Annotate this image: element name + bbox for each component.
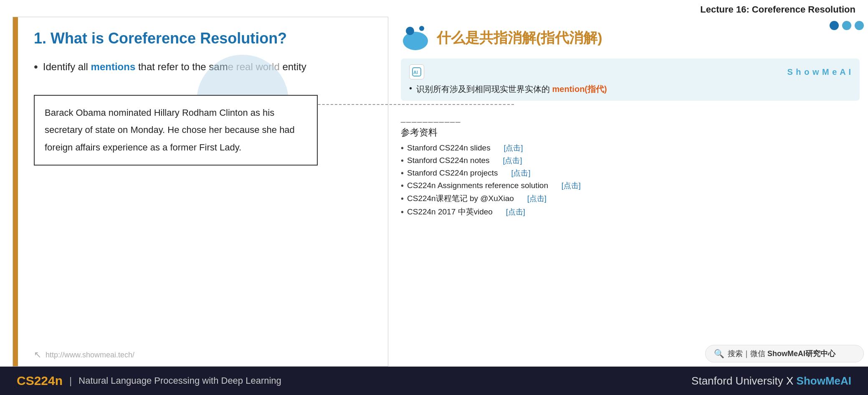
nav-dot-1[interactable] — [830, 21, 839, 30]
search-bar-text: 搜索｜微信 ShowMeAI研究中心 — [728, 349, 835, 359]
card-bullet-dot: • — [409, 84, 412, 93]
slide-bullet: • Identify all mentions that refer to th… — [34, 60, 371, 74]
stanford-text: Stanford University — [691, 375, 786, 387]
card-bullet: • 识别所有涉及到相同现实世界实体的 mention(指代) — [409, 84, 851, 95]
ref-item-1: Stanford CS224n notes [点击] — [401, 155, 860, 166]
svg-text:AI: AI — [413, 70, 418, 75]
ref-text-4: CS224n课程笔记 by @XuXiao — [407, 193, 514, 204]
showmeai-card: AI S h o w M e A I • 识别所有涉及到相同现实世界实体的 me… — [401, 59, 860, 101]
slide-footer: ↖ http://www.showmeai.tech/ — [34, 349, 134, 360]
bottom-left: CS224n | Natural Language Processing wit… — [17, 374, 281, 388]
bullet-pre: Identify all — [43, 61, 91, 72]
ref-text-0: Stanford CS224n slides — [407, 143, 491, 153]
search-bar[interactable]: 🔍 搜索｜微信 ShowMeAI研究中心 — [705, 345, 864, 362]
bullet-highlight: mentions — [91, 61, 136, 72]
x-mark: X — [786, 375, 793, 387]
main-content: 1. What is Coreference Resolution? • Ide… — [0, 17, 868, 367]
card-bullet-text: 识别所有涉及到相同现实世界实体的 mention(指代) — [416, 84, 607, 95]
slide-title: 1. What is Coreference Resolution? — [34, 30, 371, 47]
ref-divider: ___________ — [401, 113, 860, 123]
card-logo: AI — [409, 64, 424, 79]
svg-point-2 — [419, 26, 424, 31]
ref-item-5: CS224n 2017 中英video [点击] — [401, 206, 860, 217]
ref-text-3: CS224n Assignments reference solution — [407, 181, 548, 190]
card-highlight: mention(指代) — [552, 84, 607, 94]
showmeai-brand: ShowMeAI — [797, 375, 851, 387]
ref-item-3: CS224n Assignments reference solution [点… — [401, 181, 860, 191]
ref-title: 参考资料 — [401, 126, 860, 139]
card-pre: 识别所有涉及到相同现实世界实体的 — [416, 84, 552, 94]
bottom-divider: | — [69, 375, 72, 387]
bullet-dot: • — [34, 60, 38, 74]
ref-item-0: Stanford CS224n slides [点击] — [401, 143, 860, 153]
cn-title-section: 什么是共指消解(指代消解) — [401, 23, 860, 53]
slide-left-bar — [13, 17, 18, 366]
svg-point-1 — [406, 27, 414, 35]
course-name: CS224n — [17, 374, 63, 388]
ref-link-2[interactable]: [点击] — [511, 168, 530, 178]
right-panel: 什么是共指消解(指代消解) AI S h o w M e A I • 识别所有涉… — [397, 17, 868, 367]
bottom-right: Stanford University X ShowMeAI — [691, 375, 851, 387]
ref-item-4: CS224n课程笔记 by @XuXiao [点击] — [401, 193, 860, 204]
footer-url: http://www.showmeai.tech/ — [46, 351, 134, 359]
ref-link-0[interactable]: [点击] — [504, 143, 523, 153]
ref-text-2: Stanford CS224n projects — [407, 168, 498, 178]
ref-link-1[interactable]: [点击] — [503, 155, 522, 166]
nav-dot-3[interactable] — [855, 21, 864, 30]
bottom-bar: CS224n | Natural Language Processing wit… — [0, 367, 868, 395]
course-description: Natural Language Processing with Deep Le… — [78, 375, 281, 386]
showmeai-logo-icon — [401, 23, 430, 53]
bullet-end: entity — [280, 61, 306, 72]
nav-dots — [830, 21, 864, 30]
svg-point-0 — [403, 32, 428, 50]
card-header: AI S h o w M e A I — [409, 64, 851, 79]
ref-list: Stanford CS224n slides [点击] Stanford CS2… — [401, 143, 860, 217]
ref-link-3[interactable]: [点击] — [562, 181, 581, 191]
ref-text-1: Stanford CS224n notes — [407, 156, 490, 165]
search-brand: ShowMeAI研究中心 — [767, 349, 835, 358]
showmeai-watermark: S h o w M e A I — [787, 67, 851, 77]
search-icon: 🔍 — [714, 349, 724, 359]
ref-text-5: CS224n 2017 中英video — [407, 206, 493, 217]
references-section: ___________ 参考资料 Stanford CS224n slides … — [401, 113, 860, 217]
slide-panel: 1. What is Coreference Resolution? • Ide… — [13, 17, 388, 367]
ref-item-2: Stanford CS224n projects [点击] — [401, 168, 860, 178]
ref-link-4[interactable]: [点击] — [527, 194, 547, 204]
cursor-icon: ↖ — [34, 349, 41, 360]
search-pre: 搜索｜微信 — [728, 349, 767, 358]
nav-dot-2[interactable] — [842, 21, 851, 30]
lecture-title: Lecture 16: Coreference Resolution — [0, 0, 868, 17]
example-text-box: Barack Obama nominated Hillary Rodham Cl… — [34, 95, 318, 166]
cn-title: 什么是共指消解(指代消解) — [437, 28, 602, 48]
ref-link-5[interactable]: [点击] — [506, 207, 525, 217]
